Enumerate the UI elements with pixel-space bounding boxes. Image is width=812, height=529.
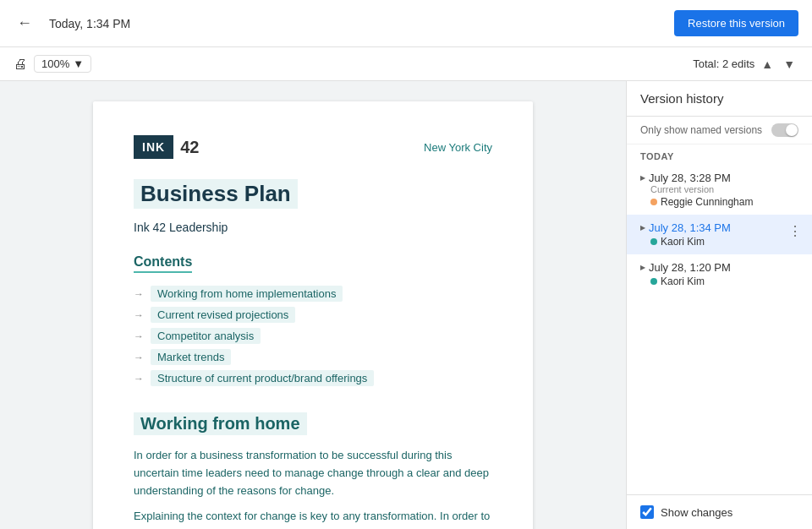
arrow-icon: → — [134, 309, 144, 321]
sidebar-footer: Show changes — [627, 494, 812, 529]
arrow-icon: → — [134, 352, 144, 363]
list-item: → Competitor analysis — [134, 325, 492, 346]
section-heading: Working from home — [134, 412, 307, 435]
contents-section: Contents → Working from home implementat… — [134, 254, 492, 389]
user-dot-3 — [650, 278, 657, 285]
triangle-icon: ▶ — [640, 174, 645, 182]
back-button[interactable]: ← — [14, 11, 36, 35]
contents-item-3: Competitor analysis — [151, 328, 261, 344]
user-dot-2 — [650, 238, 657, 245]
total-edits: Total: 2 edits — [693, 57, 754, 70]
version-user-2: Kaori Kim — [650, 236, 798, 248]
list-item: → Current revised projections — [134, 304, 492, 325]
today-label: TODAY — [627, 145, 812, 165]
logo-text: INK — [134, 135, 173, 159]
version-item-3[interactable]: ▶ July 28, 1:20 PM Kaori Kim — [627, 254, 812, 294]
top-bar-title: Today, 1:34 PM — [49, 17, 661, 30]
user-name-3: Kaori Kim — [661, 275, 705, 287]
named-versions-toggle[interactable] — [771, 123, 798, 137]
named-versions-label: Only show named versions — [640, 124, 762, 136]
version-user-1: Reggie Cunningham — [650, 196, 798, 208]
main-content: INK 42 New York City Business Plan Ink 4… — [0, 81, 812, 529]
user-name-2: Kaori Kim — [661, 236, 705, 248]
user-dot-1 — [650, 199, 657, 205]
nav-up-button[interactable]: ▲ — [758, 56, 776, 73]
show-changes-label: Show changes — [661, 506, 732, 519]
version-time-2: July 28, 1:34 PM — [649, 221, 731, 234]
contents-item-1: Working from home implementations — [151, 286, 343, 302]
nav-down-button[interactable]: ▼ — [780, 56, 798, 73]
arrow-icon: → — [134, 373, 144, 384]
title-area: Business Plan — [134, 179, 492, 214]
top-bar: ← Today, 1:34 PM Restore this version — [0, 0, 812, 47]
arrow-icon: → — [134, 330, 144, 342]
named-versions-row: Only show named versions — [627, 117, 812, 145]
location-label: New York City — [424, 141, 492, 154]
zoom-control[interactable]: 100% ▼ — [34, 55, 91, 73]
sidebar-title: Version history — [640, 91, 723, 106]
doc-header: INK 42 New York City — [134, 135, 492, 159]
contents-item-5: Structure of current product/brand offer… — [151, 370, 374, 386]
section-working-from-home: Working from home In order for a busines… — [134, 412, 492, 529]
contents-item-4: Market trends — [151, 349, 231, 365]
list-item: → Market trends — [134, 346, 492, 368]
restore-button[interactable]: Restore this version — [674, 10, 798, 36]
toolbar: 🖨 100% ▼ Total: 2 edits ▲ ▼ — [0, 47, 812, 81]
body-paragraph-1: In order for a business transformation t… — [134, 447, 492, 499]
version-time-1: July 28, 3:28 PM — [649, 172, 731, 184]
version-sub-1: Current version — [650, 184, 798, 194]
version-time-3: July 28, 1:20 PM — [649, 261, 731, 274]
document-page: INK 42 New York City Business Plan Ink 4… — [93, 101, 533, 529]
version-sidebar: Version history Only show named versions… — [626, 81, 812, 529]
document-area[interactable]: INK 42 New York City Business Plan Ink 4… — [0, 81, 626, 529]
zoom-value: 100% — [41, 57, 69, 70]
doc-title: Business Plan — [134, 179, 298, 209]
logo-number: 42 — [173, 138, 199, 157]
contents-item-2: Current revised projections — [151, 307, 295, 323]
user-name-1: Reggie Cunningham — [661, 196, 753, 208]
ink-logo: INK 42 — [134, 135, 199, 159]
contents-heading: Contents — [134, 254, 192, 273]
version-item-2[interactable]: ▶ July 28, 1:34 PM ⋮ Kaori Kim — [627, 215, 812, 254]
triangle-icon: ▶ — [640, 264, 645, 271]
version-user-3: Kaori Kim — [650, 275, 798, 287]
toolbar-right: Total: 2 edits ▲ ▼ — [693, 56, 798, 73]
version-item-1[interactable]: ▶ July 28, 3:28 PM Current version Reggi… — [627, 165, 812, 215]
sidebar-header: Version history — [627, 81, 812, 117]
arrow-icon: → — [134, 288, 144, 300]
print-button[interactable]: 🖨 — [14, 57, 27, 72]
triangle-icon: ▶ — [640, 224, 645, 232]
zoom-chevron: ▼ — [73, 57, 84, 70]
body-paragraph-2: Explaining the context for change is key… — [134, 508, 492, 529]
show-changes-checkbox[interactable] — [640, 505, 654, 519]
list-item: → Working from home implementations — [134, 283, 492, 304]
contents-list: → Working from home implementations → Cu… — [134, 283, 492, 389]
list-item: → Structure of current product/brand off… — [134, 368, 492, 389]
doc-subtitle: Ink 42 Leadership — [134, 221, 492, 234]
more-options-button[interactable]: ⋮ — [785, 221, 805, 241]
